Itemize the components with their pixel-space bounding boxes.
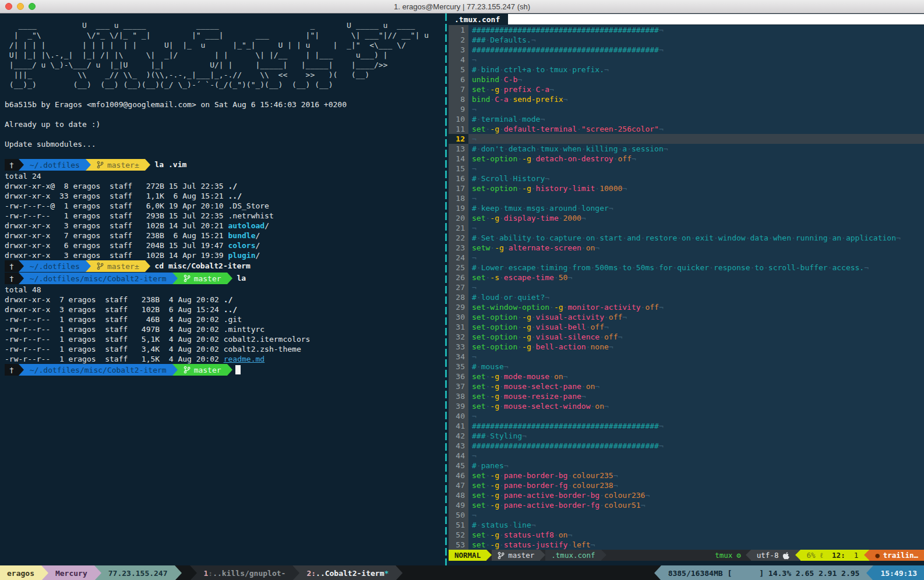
vim-tab-tmux-conf[interactable]: .tmux.conf	[449, 13, 508, 25]
terminal-line: /| | | | | | | | | | U| |_ u |_"_| U | |…	[5, 40, 443, 50]
git-branch-icon	[184, 274, 191, 282]
terminal-line: |||_ \\ _// \\_ )(\\,-.-,_|___|_,-.// \\…	[5, 70, 443, 80]
line-content: ########################################…	[468, 421, 924, 431]
line-number: 32	[449, 332, 468, 342]
terminal-line: drwxr-xr-x 3 eragos staff 102B 14 Apr 19…	[5, 250, 443, 260]
git-branch-icon	[184, 366, 191, 374]
line-number: 37	[449, 381, 468, 391]
line-content: set-option·-g·bell-action·none¬	[468, 342, 924, 352]
git-branch-icon	[498, 551, 505, 560]
editor-line: 26set·-s·escape-time·50¬	[449, 273, 924, 282]
prompt-segment-blue: ~/.dotfiles/misc/Cobalt2-iterm	[24, 364, 172, 376]
editor-line: 32set-option·-g·visual-silence·off¬	[449, 332, 924, 342]
line-number: 51	[449, 520, 468, 530]
editor-line: 7set·-g·prefix·C-a¬	[449, 84, 924, 94]
line-content: #·Scroll·History¬	[468, 174, 924, 183]
editor-line: 39set·-g·mouse-select-window·on¬	[449, 401, 924, 411]
line-number: 15	[449, 164, 468, 174]
line-content: #·panes¬	[468, 461, 924, 471]
line-content: ###·Defaults.¬	[468, 35, 924, 45]
prompt-segment-black: †	[5, 364, 19, 376]
terminal-line: -rw-r--r-- 1 eragos staff 1,5K 4 Aug 20:…	[5, 354, 443, 364]
line-number: 6	[449, 75, 468, 84]
line-number: 28	[449, 292, 468, 302]
line-content: set·-g·mode-mouse·on¬	[468, 372, 924, 381]
line-content: set-option·-g·visual-activity·off¬	[468, 312, 924, 322]
line-number: 19	[449, 203, 468, 213]
terminal-line: b6a515b by Eragos <mfo1009@googlemail.co…	[5, 100, 443, 109]
line-number: 1	[449, 25, 468, 35]
terminal-line: total 24	[5, 171, 443, 181]
line-number: 34	[449, 352, 468, 362]
line-number: 17	[449, 183, 468, 193]
shell-command: la	[232, 273, 246, 284]
editor-line: 10#·terminal·mode¬	[449, 114, 924, 124]
shell-prompt: †~/.dotfilesmaster± la .vim	[5, 159, 443, 171]
line-content: #·Lower·escape·timing·from·500ms·to·50ms…	[468, 263, 924, 273]
line-number: 12	[449, 134, 468, 144]
terminal-line: Already up to date :)	[5, 119, 443, 129]
line-content: set·-g·mouse-resize-pane¬	[468, 391, 924, 401]
prompt-segment-green: master	[178, 273, 227, 284]
vim-tabline-fill	[508, 14, 924, 24]
editor-line: 11set·-g·default-terminal·"screen-256col…	[449, 124, 924, 134]
line-number: 11	[449, 124, 468, 134]
vim-statusline: NORMAL master .tmux.conf tmux⚙ utf-8	[449, 550, 924, 561]
git-branch-icon	[97, 262, 104, 270]
ahead-icon: †	[9, 366, 14, 374]
window-title: 1. eragos@Mercury | 77.23.155.247 (sh)	[0, 2, 924, 11]
line-number: 25	[449, 263, 468, 273]
apple-icon	[782, 551, 789, 560]
editor-line: 45#·panes¬	[449, 461, 924, 471]
line-content: #·Set·ability·to·capture·on·start·and·re…	[468, 233, 924, 243]
vim-buffer[interactable]: 1#######################################…	[449, 25, 924, 550]
git-branch-icon	[97, 161, 104, 169]
line-number: 50	[449, 510, 468, 520]
editor-line: 47set·-g·pane-border-fg·colour238¬	[449, 480, 924, 490]
editor-line: 40¬	[449, 411, 924, 421]
editor-line: 18¬	[449, 193, 924, 203]
line-content: set·-g·display-time·2000¬	[468, 213, 924, 223]
line-content: #·loud·or·quiet?¬	[468, 292, 924, 302]
line-number: 40	[449, 411, 468, 421]
editor-line: 13#·don't·detach·tmux·when·killing·a·ses…	[449, 144, 924, 154]
terminal-line: drwxr-xr-x 3 eragos staff 102B 14 Jul 20…	[5, 221, 443, 231]
editor-line: 27¬	[449, 282, 924, 292]
terminal-line: -rw-r--r-- 1 eragos staff 46B 4 Aug 20:0…	[5, 314, 443, 324]
prompt-segment-blue: ~/.dotfiles/misc/Cobalt2-iterm	[24, 273, 172, 284]
editor-line: 17set-option·-g·history-limit·10000¬	[449, 183, 924, 193]
tmux-pane-border[interactable]	[443, 13, 449, 565]
tmux-ip-address: 77.23.155.247	[101, 565, 175, 580]
editor-line: 30set-option·-g·visual-activity·off¬	[449, 312, 924, 322]
editor-line: 37set·-g·mouse-select-pane·on¬	[449, 381, 924, 391]
editor-line: 16#·Scroll·History¬	[449, 174, 924, 183]
line-number: 29	[449, 302, 468, 312]
terminal-line: Update submodules...	[5, 139, 443, 149]
line-content: ¬	[468, 193, 924, 203]
editor-line: 41######################################…	[449, 421, 924, 431]
prompt-segment-green: master	[178, 364, 227, 376]
tmux-window-2-active[interactable]: 2:..Cobalt2-iterm*	[299, 565, 396, 580]
line-content: ¬	[468, 134, 924, 144]
tmux-session-user: eragos	[0, 565, 41, 580]
line-number: 33	[449, 342, 468, 352]
editor-line: 5#·bind·ctrl+a·to·tmux·prefix.¬	[449, 65, 924, 75]
line-content: set·-g·mouse-select-pane·on¬	[468, 381, 924, 391]
line-number: 2	[449, 35, 468, 45]
line-number: 13	[449, 144, 468, 154]
editor-line: 36set·-g·mode-mouse·on¬	[449, 372, 924, 381]
statusline-filler	[606, 550, 711, 561]
tmux-window-1[interactable]: 1:..kills/gnuplot-	[197, 565, 293, 580]
terminal-line	[5, 129, 443, 139]
line-content: ¬	[468, 164, 924, 174]
line-number: 10	[449, 114, 468, 124]
vim-pane[interactable]: .tmux.conf 1############################…	[449, 13, 924, 565]
line-content: ¬	[468, 253, 924, 263]
prompt-segment-black: †	[5, 273, 19, 284]
vim-filename: .tmux.conf	[545, 550, 601, 561]
terminal-line: (__)_) (__) (__) (__)(__)(_/ \_)-´ `-(_/…	[5, 80, 443, 90]
line-number: 5	[449, 65, 468, 75]
terminal-line: drwxr-xr-x 33 eragos staff 1,1K 6 Aug 15…	[5, 191, 443, 201]
shell-pane[interactable]: ____ U ___ u _____ _____ _ U _____ u ___…	[0, 13, 443, 565]
line-content: set-option·-g·detach-on-destroy·off¬	[468, 154, 924, 164]
